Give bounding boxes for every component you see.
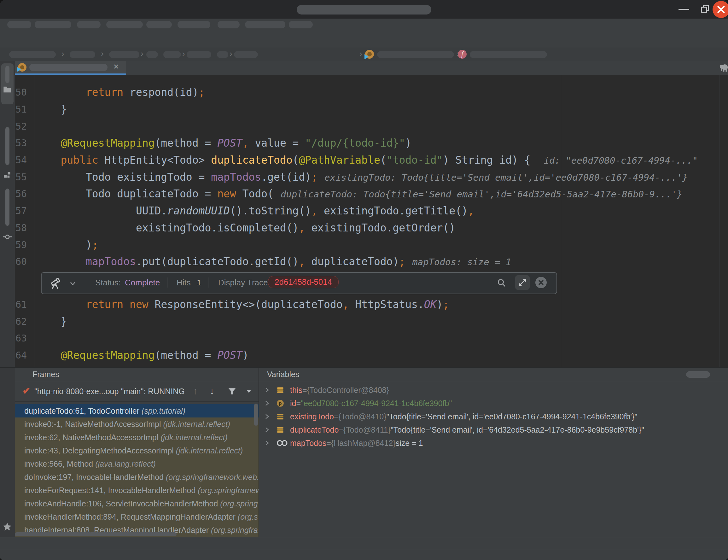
frame-row[interactable]: invoke0:-1, NativeMethodAccessorImpl (jd… xyxy=(15,417,259,431)
tool-stripe-label[interactable] xyxy=(5,66,9,83)
breadcrumb-item[interactable] xyxy=(146,51,158,58)
project-folder-icon[interactable] xyxy=(3,85,12,94)
frame-row[interactable]: invokeAndHandle:106, ServletInvocableHan… xyxy=(15,497,259,510)
line-number[interactable]: 51 xyxy=(15,104,27,115)
lines-top: 50 return respond(id);51 }5253 @RequestM… xyxy=(15,84,728,270)
breadcrumb-item[interactable] xyxy=(187,51,211,58)
close-circle-icon[interactable] xyxy=(535,277,547,288)
code-line-64[interactable]: 64 @RequestMapping(method = POST) xyxy=(15,347,728,364)
chevron-down-icon[interactable] xyxy=(69,281,76,286)
variable-row[interactable]: existingTodo = {Todo@8410} "Todo{title='… xyxy=(259,410,728,423)
code-line-57[interactable]: 57 UUID.randomUUID().toString(), existin… xyxy=(15,202,728,219)
code-line-53[interactable]: 53 @RequestMapping(method = POST, value … xyxy=(15,135,728,152)
code-line-63[interactable]: 63 xyxy=(15,330,728,347)
chevron-right-icon[interactable] xyxy=(259,387,276,394)
close-button[interactable] xyxy=(713,1,728,18)
line-number[interactable]: 63 xyxy=(15,333,27,344)
line-number[interactable]: 52 xyxy=(15,121,27,132)
tool-stripe-label[interactable] xyxy=(5,127,9,165)
breadcrumb-item[interactable] xyxy=(234,51,258,58)
code-line-54[interactable]: 54 public HttpEntity<Todo> duplicateTodo… xyxy=(15,152,728,169)
breadcrumb-item-class[interactable] xyxy=(377,51,454,58)
line-number[interactable]: 55 xyxy=(15,172,27,183)
chevron-down-icon[interactable] xyxy=(246,389,252,394)
breadcrumb-item[interactable] xyxy=(163,51,181,58)
variable-row[interactable]: this = {TodoController@8408} xyxy=(259,383,728,397)
restore-button[interactable] xyxy=(700,4,710,14)
code-line-62[interactable]: 62 } xyxy=(15,313,728,330)
thread-selector[interactable]: ✔ "http-nio-8080-exe...oup "main": RUNNI… xyxy=(15,381,259,402)
telescope-icon[interactable] xyxy=(49,277,63,290)
menu-item[interactable] xyxy=(178,21,210,28)
breadcrumb-item[interactable] xyxy=(109,51,139,58)
frame-row[interactable]: invokeForRequest:141, InvocableHandlerMe… xyxy=(15,484,259,497)
search-icon[interactable] xyxy=(497,278,506,288)
menu-item[interactable] xyxy=(77,21,101,28)
frames-vscrollbar[interactable] xyxy=(254,404,258,426)
frame-up-icon[interactable]: ↑ xyxy=(193,381,198,401)
line-number[interactable]: 58 xyxy=(15,222,27,233)
chevron-right-icon[interactable] xyxy=(259,400,276,407)
variable-row[interactable]: mapTodos = {HashMap@8412} size = 1 xyxy=(259,436,728,450)
filter-funnel-icon[interactable] xyxy=(228,388,236,395)
code-line-61[interactable]: 61 return new ResponseEntity<>(duplicate… xyxy=(15,296,728,313)
menu-item[interactable] xyxy=(35,21,71,28)
line-number[interactable]: 61 xyxy=(15,299,27,310)
code-area[interactable]: 50 return respond(id);51 }5253 @RequestM… xyxy=(15,75,728,364)
chevron-right-icon[interactable] xyxy=(259,413,276,420)
breadcrumb-item-method[interactable] xyxy=(470,51,547,58)
menu-item[interactable] xyxy=(289,21,313,28)
line-number[interactable]: 56 xyxy=(15,188,27,199)
frame-row[interactable]: invoke:62, NativeMethodAccessorImpl (jdk… xyxy=(15,431,259,444)
gradle-elephant-icon[interactable] xyxy=(719,63,728,73)
line-number[interactable]: 60 xyxy=(15,256,27,267)
frame-down-icon[interactable]: ↓ xyxy=(210,381,214,401)
structure-icon[interactable] xyxy=(3,171,12,179)
bookmarks-star-icon[interactable] xyxy=(3,522,12,531)
breadcrumb-item[interactable] xyxy=(217,51,228,58)
expand-icon[interactable] xyxy=(515,275,530,290)
frame-row[interactable]: invoke:566, Method (java.lang.reflect) xyxy=(15,457,259,470)
code-line-60[interactable]: 60 mapTodos.put(duplicateTodo.getId(), d… xyxy=(15,253,728,270)
menu-item[interactable] xyxy=(7,21,31,28)
commit-icon[interactable] xyxy=(3,232,12,242)
code-line-55[interactable]: 55 Todo existingTodo = mapTodos.get(id);… xyxy=(15,168,728,185)
code-line-50[interactable]: 50 return respond(id); xyxy=(15,84,728,101)
menu-item[interactable] xyxy=(146,21,172,28)
menu-item[interactable] xyxy=(218,21,240,28)
frame-row[interactable]: invokeHandlerMethod:894, RequestMappingH… xyxy=(15,510,259,523)
line-number[interactable]: 62 xyxy=(15,316,27,327)
line-number[interactable]: 59 xyxy=(15,239,27,250)
minimize-button[interactable] xyxy=(678,9,689,10)
variable-row[interactable]: pid = "ee0d7080-c167-4994-9241-1c4b6fe39… xyxy=(259,397,728,410)
editor-tab-bar: ✕ xyxy=(15,61,728,75)
code-editor[interactable]: 50 return respond(id);51 }5253 @RequestM… xyxy=(15,75,728,367)
chevron-right-icon[interactable] xyxy=(259,440,276,446)
code-line-52[interactable]: 52 xyxy=(15,118,728,135)
editor-tab[interactable]: ✕ xyxy=(15,61,126,75)
code-line-58[interactable]: 58 existingTodo.isCompleted(), existingT… xyxy=(15,219,728,236)
line-number[interactable]: 64 xyxy=(15,350,27,361)
frame-row[interactable]: invoke:43, DelegatingMethodAccessorImpl … xyxy=(15,444,259,457)
variable-row[interactable]: duplicateTodo = {Todo@8411} "Todo{title=… xyxy=(259,423,728,436)
line-number[interactable]: 53 xyxy=(15,137,27,149)
code-line-51[interactable]: 51 } xyxy=(15,101,728,118)
code-line-56[interactable]: 56 Todo duplicateTodo = new Todo(duplica… xyxy=(15,185,728,202)
frame-row[interactable]: duplicateTodo:61, TodoController (spp.tu… xyxy=(15,404,259,417)
variables-title: Variables xyxy=(259,368,728,381)
line-number[interactable]: 54 xyxy=(15,155,27,166)
frame-row[interactable]: doInvoke:197, InvocableHandlerMethod (or… xyxy=(15,470,259,484)
variables-header-widget[interactable] xyxy=(686,371,710,378)
line-number[interactable]: 50 xyxy=(15,87,27,98)
trace-id-badge[interactable]: 2d61458d-5014 xyxy=(268,276,339,288)
chevron-right-icon[interactable] xyxy=(259,426,276,433)
menu-item[interactable] xyxy=(245,21,285,28)
breadcrumb-item[interactable] xyxy=(9,51,56,58)
menu-item[interactable] xyxy=(106,21,143,28)
tool-stripe-label[interactable] xyxy=(5,189,9,226)
breadcrumb-item[interactable] xyxy=(70,51,95,58)
code-line-59[interactable]: 59 ); xyxy=(15,236,728,253)
tab-close-icon[interactable]: ✕ xyxy=(113,63,119,71)
frames-hscrollbar[interactable] xyxy=(15,532,177,536)
line-number[interactable]: 57 xyxy=(15,205,27,216)
